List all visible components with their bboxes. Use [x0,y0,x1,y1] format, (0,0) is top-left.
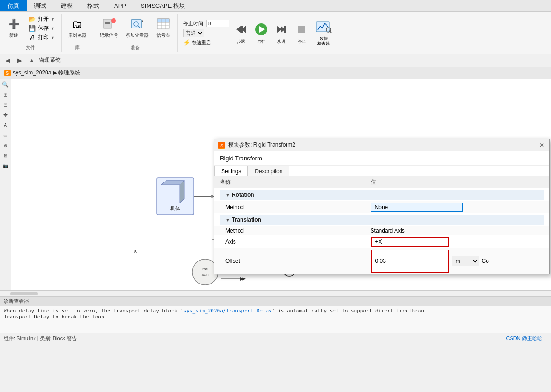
svg-text:azm: azm [201,273,208,277]
translation-offset-extra: Co [482,258,489,264]
add-viewer-button[interactable]: 添加查看器 [123,15,151,40]
address-bar: ◀ ▶ ▲ 物理系统 [0,54,551,67]
translation-axis-row: Axis [214,235,549,248]
file-group-label: 文件 [26,44,35,51]
tab-description[interactable]: Description [248,166,289,176]
text-tool-button[interactable]: A [1,120,10,130]
save-label: 保存 [38,24,49,32]
main-area: 🔍 ⊞ ⊟ ✥ A ▭ ⊕ ⊞ 📷 机体 [0,79,551,290]
add-viewer-label: 添加查看器 [126,32,149,39]
svg-text:机体: 机体 [170,205,180,211]
port-button[interactable]: ⊕ [1,141,10,150]
diagnostic-message-suffix: ' is automatically set to support direct… [272,308,424,314]
step-back-button[interactable] [233,21,249,38]
quick-restart-btn[interactable]: ⚡ 快速重启 [183,39,229,46]
bottom-panel-content: When delay time is set to zero, the tran… [0,306,551,333]
pan-button[interactable]: ✥ [1,110,10,119]
svg-text:S: S [6,71,9,76]
run-button[interactable] [253,21,270,38]
translation-method-value-cell: Standard Axis [365,226,549,235]
print-label: 打印 [38,34,49,41]
status-right: CSDN @王哈哈， [506,335,547,342]
forward-nav-button[interactable]: ▶ [15,56,25,66]
svg-point-3 [111,18,116,23]
rotation-toggle[interactable]: ▼ [225,193,230,198]
translation-section-label: Translation [232,216,261,223]
svg-rect-10 [157,19,169,22]
model-path: sys_sim_2020a ▶ 物理系统 [13,69,80,77]
stop-button[interactable] [293,21,310,38]
svg-rect-22 [298,26,305,33]
signal-table-button[interactable]: 信号表 [153,15,173,40]
add-viewer-icon [130,17,144,31]
translation-offset-row: Offset m mm cm Co [214,248,549,274]
open-button[interactable]: 📂 打开 ▼ [26,15,57,23]
rotation-section-label: Rotation [232,192,254,198]
camera-button[interactable]: 📷 [1,161,10,170]
library-group-label: 库 [75,44,80,51]
menu-simscape[interactable]: SIMSCAPE 模块 [133,0,193,11]
translation-offset-input[interactable] [371,250,449,273]
translation-axis-value-cell [365,235,549,248]
dialog-icon: S [218,142,225,149]
data-inspector-button[interactable]: 数据检查器 [314,18,334,48]
stop-time-input[interactable] [206,20,229,27]
ribbon: ➕ 新建 📂 打开 ▼ 💾 保存 ▼ 🖨 打印 ▼ [0,12,551,54]
library-browser-button[interactable]: 🗂 库浏览器 [65,15,89,40]
print-button[interactable]: 🖨 打印 ▼ [26,33,57,42]
rotation-method-input[interactable]: None [371,203,463,212]
new-icon: ➕ [6,17,21,31]
rotation-method-name: Method [214,201,365,213]
dialog-close-button[interactable]: ✕ [538,142,545,149]
left-toolbar: 🔍 ⊞ ⊟ ✥ A ▭ ⊕ ⊞ 📷 [0,79,11,290]
param-dialog: S 模块参数: Rigid Transform2 ✕ Rigid Transfo… [214,139,550,274]
annotation-button[interactable]: ▭ [1,131,10,140]
menu-modeling[interactable]: 建模 [53,0,80,11]
tab-settings[interactable]: Settings [214,166,248,176]
translation-axis-input[interactable] [371,237,449,247]
data-inspector-label: 数据检查器 [317,36,330,46]
menu-app[interactable]: APP [107,0,133,11]
translation-offset-unit[interactable]: m mm cm [452,256,479,266]
back-nav-button[interactable]: ◀ [3,56,13,66]
zoom-fit-button[interactable]: ⊞ [1,90,10,99]
zoom-in-button[interactable]: 🔍 [1,80,10,89]
record-label: 记录信号 [100,32,118,39]
open-label: 打开 [38,15,49,23]
run-label: 运行 [257,39,265,45]
ribbon-group-library: 🗂 库浏览器 库 [62,14,93,52]
ribbon-group-prepare: 记录信号 添加查看器 [93,14,178,52]
step-button[interactable] [273,21,290,38]
new-button[interactable]: ➕ 新建 [4,15,24,40]
step-back-label: 步退 [237,39,245,45]
save-arrow: ▼ [51,26,55,31]
h-scroll-thumb[interactable] [10,292,38,295]
record-signal-button[interactable]: 记录信号 [97,15,121,40]
dialog-titlebar: S 模块参数: Rigid Transform2 ✕ [214,139,549,151]
print-icon: 🖨 [29,34,36,41]
menu-format[interactable]: 格式 [80,0,107,11]
record-icon [102,17,116,31]
library-icon: 🗂 [70,17,85,31]
save-button[interactable]: 💾 保存 ▼ [26,24,57,33]
menu-simulation[interactable]: 仿真 [0,0,27,11]
translation-offset-value-cell: m mm cm Co [365,248,549,274]
h-scrollbar[interactable] [0,290,551,296]
translation-toggle[interactable]: ▼ [225,217,230,222]
model-icon: S [4,69,11,77]
zoom-out-button[interactable]: ⊟ [1,100,10,109]
sim-mode-select[interactable]: 普通 [183,29,204,37]
breadcrumb-item[interactable]: 物理系统 [39,57,61,64]
subsystem-button[interactable]: ⊞ [1,151,10,160]
stop-time-label: 停止时间 [183,20,203,27]
menu-bar: 仿真 调试 建模 格式 APP SIMSCAPE 模块 [0,0,551,12]
diagnostic-link[interactable]: sys_sim_2020a/Transport Delay [184,308,272,314]
translation-axis-name: Axis [214,235,365,248]
prepare-group-label: 准备 [131,44,140,51]
svg-text:S: S [220,143,223,148]
menu-debug[interactable]: 调试 [27,0,53,11]
step-label: 步进 [277,39,286,45]
col-value-header: 值 [365,176,549,188]
up-nav-button[interactable]: ▲ [27,56,37,66]
translation-offset-name: Offset [214,248,365,274]
